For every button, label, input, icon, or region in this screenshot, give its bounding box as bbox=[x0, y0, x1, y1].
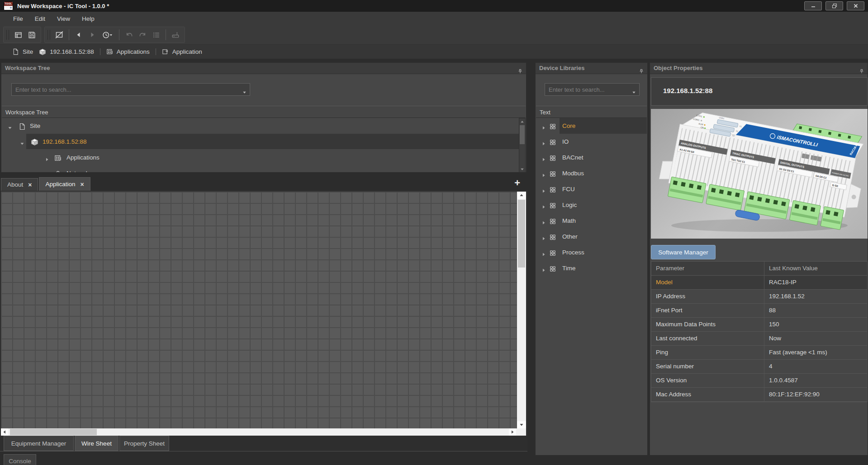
wire-sheet-canvas[interactable] bbox=[1, 192, 517, 428]
tab-about[interactable]: About × bbox=[1, 178, 38, 191]
save-button[interactable] bbox=[25, 28, 38, 41]
add-tab-button[interactable]: + bbox=[514, 177, 520, 189]
close-button[interactable] bbox=[847, 1, 864, 10]
table-row[interactable]: OS Version 1.0.0.4587 bbox=[651, 374, 867, 388]
list-button[interactable] bbox=[149, 28, 163, 41]
menu-file[interactable]: File bbox=[7, 14, 29, 24]
collapse-icon[interactable] bbox=[20, 139, 24, 144]
scroll-down-icon[interactable] bbox=[519, 166, 525, 172]
breadcrumb-application[interactable]: Application bbox=[162, 48, 202, 55]
device-manager-button[interactable] bbox=[169, 28, 182, 41]
expand-icon[interactable] bbox=[541, 171, 546, 175]
expand-icon[interactable] bbox=[541, 266, 546, 270]
expand-icon[interactable] bbox=[541, 139, 546, 144]
workspace-search-input[interactable] bbox=[12, 84, 250, 95]
breadcrumb-site[interactable]: Site bbox=[12, 48, 33, 55]
nav-forward-button[interactable] bbox=[85, 28, 99, 41]
undo-button[interactable] bbox=[122, 28, 136, 41]
pin-icon[interactable] bbox=[859, 66, 864, 76]
workspace-layout-button[interactable] bbox=[11, 28, 25, 41]
breadcrumb-device[interactable]: 192.168.1.52:88 bbox=[39, 48, 94, 56]
software-manager-button[interactable]: Software Manager bbox=[651, 245, 716, 259]
table-row[interactable]: Maximum Data Points 150 bbox=[651, 318, 867, 332]
menu-help[interactable]: Help bbox=[76, 14, 100, 24]
table-row[interactable]: Last connected Now bbox=[651, 332, 867, 346]
table-row[interactable]: Ping Fast (average <1 ms) bbox=[651, 346, 867, 360]
device-libraries-panel: Device Libraries Text Core IO BACnet Mod… bbox=[535, 62, 648, 456]
breadcrumb-applications[interactable]: Applications bbox=[106, 48, 150, 55]
nav-forward-icon bbox=[89, 31, 96, 38]
scroll-right-icon[interactable] bbox=[509, 428, 516, 436]
library-item[interactable]: FCU bbox=[536, 181, 647, 197]
table-row[interactable]: iFnet Port 88 bbox=[651, 304, 867, 318]
table-row[interactable]: IP Address 192.168.1.52 bbox=[651, 290, 867, 304]
tab-property-sheet[interactable]: Property Sheet bbox=[119, 436, 169, 451]
library-icon bbox=[550, 201, 556, 209]
scrollbar-thumb[interactable] bbox=[520, 125, 525, 144]
scrollbar-thumb[interactable] bbox=[10, 429, 97, 435]
canvas-vertical-scrollbar[interactable] bbox=[517, 192, 526, 428]
redo-button[interactable] bbox=[136, 28, 149, 41]
expand-icon[interactable] bbox=[541, 250, 546, 254]
tree-node-device[interactable]: 192.168.1.52:88 bbox=[2, 134, 526, 150]
tree-node-applications[interactable]: Applications bbox=[2, 150, 526, 165]
scroll-down-icon[interactable] bbox=[517, 421, 526, 428]
library-item[interactable]: Time bbox=[536, 260, 647, 276]
drag-grip[interactable] bbox=[47, 30, 50, 40]
wire-sheet-mode-button[interactable] bbox=[52, 28, 66, 41]
expand-icon[interactable] bbox=[541, 202, 546, 207]
expand-icon[interactable] bbox=[541, 234, 546, 239]
app-badge: TOOL bbox=[4, 2, 13, 6]
pin-icon[interactable] bbox=[517, 66, 523, 76]
app-icon[interactable]: TOOL bbox=[4, 1, 13, 10]
library-item[interactable]: BACnet bbox=[536, 150, 647, 165]
library-item[interactable]: Modbus bbox=[536, 165, 647, 181]
expand-icon[interactable] bbox=[541, 123, 546, 128]
expand-icon[interactable] bbox=[45, 155, 49, 160]
history-button[interactable] bbox=[99, 28, 116, 41]
table-row[interactable]: Mac Address 80:1F:12:EF:92:90 bbox=[651, 388, 867, 402]
library-item[interactable]: Math bbox=[536, 213, 647, 229]
nav-back-button[interactable] bbox=[72, 28, 85, 41]
tree-node-network[interactable]: Network bbox=[2, 165, 526, 173]
table-row[interactable]: Model RAC18-IP bbox=[651, 276, 867, 290]
workspace-tree-panel: Workspace Tree Workspace Tree Site 19 bbox=[1, 62, 526, 173]
chevron-down-icon[interactable] bbox=[242, 88, 247, 96]
parameter-cell: Mac Address bbox=[651, 388, 764, 401]
expand-icon[interactable] bbox=[541, 155, 546, 160]
library-item[interactable]: Other bbox=[536, 229, 647, 244]
menu-edit[interactable]: Edit bbox=[29, 14, 51, 24]
tab-equipment-manager[interactable]: Equipment Manager bbox=[4, 436, 74, 451]
minimize-button[interactable] bbox=[804, 1, 822, 10]
scroll-left-icon[interactable] bbox=[1, 428, 8, 436]
canvas-horizontal-scrollbar[interactable] bbox=[1, 428, 526, 436]
drag-grip[interactable] bbox=[6, 30, 9, 40]
tab-close-icon[interactable]: × bbox=[81, 181, 84, 188]
tab-wire-sheet[interactable]: Wire Sheet bbox=[75, 436, 119, 451]
scroll-up-icon[interactable] bbox=[519, 118, 525, 125]
scrollbar-thumb[interactable] bbox=[518, 200, 525, 268]
tab-label: Application bbox=[45, 181, 75, 188]
console-button[interactable]: Console bbox=[4, 454, 36, 465]
pin-icon[interactable] bbox=[639, 66, 644, 76]
tab-application[interactable]: Application × bbox=[39, 177, 90, 191]
expand-icon[interactable] bbox=[541, 187, 546, 191]
chevron-down-icon[interactable] bbox=[632, 88, 636, 96]
menu-view[interactable]: View bbox=[51, 14, 76, 24]
library-item[interactable]: IO bbox=[536, 134, 647, 150]
expand-icon[interactable] bbox=[541, 218, 546, 223]
tree-scrollbar[interactable] bbox=[519, 118, 526, 173]
library-icon bbox=[550, 138, 556, 146]
tree-node-site[interactable]: Site bbox=[2, 118, 526, 134]
library-item[interactable]: Core bbox=[536, 118, 647, 134]
library-item[interactable]: Process bbox=[536, 244, 647, 260]
tab-close-icon[interactable]: × bbox=[28, 182, 32, 188]
table-row[interactable]: Serial number 4 bbox=[651, 360, 867, 374]
node-icon bbox=[54, 169, 62, 173]
library-search-input[interactable] bbox=[545, 84, 639, 95]
restore-button[interactable] bbox=[825, 1, 843, 10]
expand-icon[interactable] bbox=[45, 171, 49, 173]
scroll-up-icon[interactable] bbox=[517, 192, 526, 199]
library-item[interactable]: Logic bbox=[536, 197, 647, 213]
collapse-icon[interactable] bbox=[8, 123, 12, 128]
